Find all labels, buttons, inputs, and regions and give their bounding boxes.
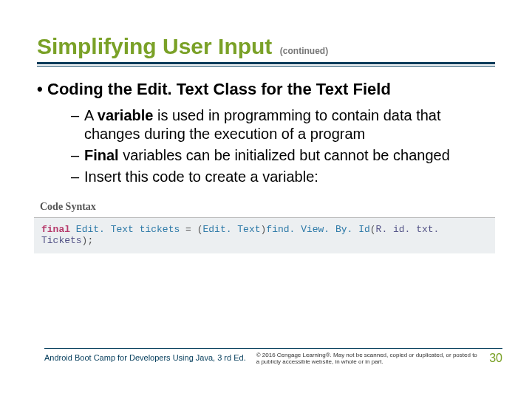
code-section: Code Syntax final Edit. Text tickets = (…: [34, 201, 495, 253]
page-number: 30: [477, 352, 502, 365]
slide: Simplifying User Input (continued) • Cod…: [0, 0, 532, 399]
title-rule: [37, 62, 495, 64]
code-paren: (: [197, 224, 203, 235]
level1-bullet: • Coding the Edit. Text Class for the Te…: [37, 80, 495, 99]
sub-item-text: A variable is used in programming to con…: [84, 106, 495, 143]
sub-pre: A: [84, 107, 98, 123]
dash: –: [71, 106, 84, 143]
sub-item-text: Insert this code to create a variable:: [84, 168, 318, 186]
title-subrule: [37, 66, 495, 66]
title-block: Simplifying User Input (continued): [37, 34, 495, 66]
sub-item: – Insert this code to create a variable:: [71, 168, 495, 186]
footer-row: Android Boot Camp for Developers Using J…: [44, 352, 502, 365]
code-fn: find. View. By. Id: [266, 224, 369, 235]
sub-post: variables can be initialized but cannot …: [119, 147, 450, 163]
code-type: Edit. Text: [203, 224, 261, 235]
slide-title-continued: (continued): [280, 46, 328, 56]
code-paren: );: [82, 235, 94, 246]
dash: –: [71, 146, 84, 165]
level1-text: Coding the Edit. Text Class for the Text…: [47, 80, 391, 99]
footer-rule: [44, 348, 502, 349]
bullet-dot: •: [37, 80, 47, 99]
sub-key: variable: [98, 107, 154, 123]
sub-key: Final: [84, 147, 119, 163]
sub-item-text: Final variables can be initialized but c…: [84, 146, 450, 165]
code-eq: =: [185, 224, 197, 235]
code-label: Code Syntax: [34, 201, 495, 213]
code-type: Edit. Text: [76, 224, 134, 235]
code-var: tickets: [140, 224, 180, 235]
code-paren: (: [370, 224, 376, 235]
sublist: – A variable is used in programming to c…: [71, 106, 495, 186]
code-namespace: R. id.: [376, 224, 411, 235]
dash: –: [71, 168, 84, 186]
sub-item: – Final variables can be initialized but…: [71, 146, 495, 165]
slide-title: Simplifying User Input: [37, 34, 272, 58]
legal-text: © 2016 Cengage Learning®. May not be sca…: [256, 352, 478, 365]
content: • Coding the Edit. Text Class for the Te…: [37, 80, 495, 253]
book-title: Android Boot Camp for Developers Using J…: [44, 352, 246, 362]
code-keyword: final: [41, 224, 70, 235]
footer: Android Boot Camp for Developers Using J…: [44, 348, 502, 365]
code-box: final Edit. Text tickets = (Edit. Text)f…: [34, 218, 495, 253]
sub-item: – A variable is used in programming to c…: [71, 106, 495, 143]
